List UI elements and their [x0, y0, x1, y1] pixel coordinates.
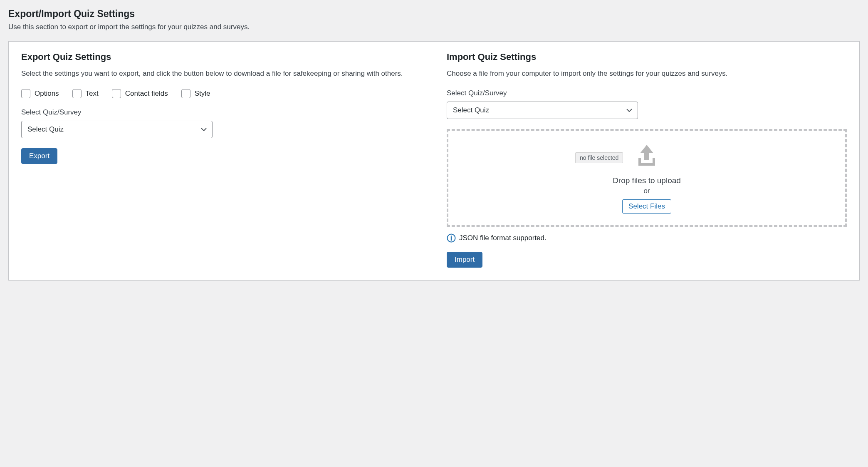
import-button[interactable]: Import — [447, 252, 482, 268]
upload-icon: no file selected — [634, 143, 659, 168]
import-description: Choose a file from your computer to impo… — [447, 68, 847, 79]
page-title: Export/Import Quiz Settings — [8, 8, 860, 20]
svg-rect-2 — [451, 237, 452, 241]
file-status-badge: no file selected — [575, 152, 623, 163]
checkbox-style[interactable]: Style — [181, 89, 210, 98]
checkbox-label-text: Text — [86, 89, 99, 98]
checkbox-label-style: Style — [195, 89, 210, 98]
checkbox-input-contact-fields[interactable] — [112, 89, 121, 98]
checkbox-text[interactable]: Text — [72, 89, 99, 98]
drop-text: Drop files to upload — [457, 176, 837, 185]
settings-card: Export Quiz Settings Select the settings… — [8, 41, 860, 281]
page-subtitle: Use this section to export or import the… — [8, 23, 860, 31]
info-text: JSON file format supported. — [459, 234, 547, 242]
svg-point-1 — [451, 236, 452, 237]
checkbox-label-options: Options — [35, 89, 59, 98]
import-select-wrap: Select Quiz — [447, 102, 638, 119]
export-description: Select the settings you want to export, … — [21, 68, 421, 79]
file-dropzone[interactable]: no file selected Drop files to upload or… — [447, 129, 847, 227]
export-checkbox-row: Options Text Contact fields Style — [21, 89, 421, 98]
export-quiz-select[interactable]: Select Quiz — [21, 121, 213, 138]
page-header: Export/Import Quiz Settings Use this sec… — [8, 8, 860, 31]
export-button[interactable]: Export — [21, 148, 57, 164]
info-icon — [447, 234, 456, 243]
export-title: Export Quiz Settings — [21, 52, 421, 62]
checkbox-contact-fields[interactable]: Contact fields — [112, 89, 168, 98]
import-quiz-select[interactable]: Select Quiz — [447, 102, 638, 119]
info-row: JSON file format supported. — [447, 234, 847, 243]
select-files-button[interactable]: Select Files — [622, 199, 671, 214]
or-text: or — [457, 187, 837, 195]
import-column: Import Quiz Settings Choose a file from … — [434, 42, 859, 280]
checkbox-input-style[interactable] — [181, 89, 190, 98]
checkbox-input-options[interactable] — [21, 89, 30, 98]
checkbox-input-text[interactable] — [72, 89, 82, 98]
import-title: Import Quiz Settings — [447, 52, 847, 62]
checkbox-label-contact-fields: Contact fields — [125, 89, 168, 98]
import-select-label: Select Quiz/Survey — [447, 89, 847, 97]
export-column: Export Quiz Settings Select the settings… — [9, 42, 434, 280]
checkbox-options[interactable]: Options — [21, 89, 59, 98]
export-select-wrap: Select Quiz — [21, 121, 213, 138]
export-select-label: Select Quiz/Survey — [21, 108, 421, 117]
